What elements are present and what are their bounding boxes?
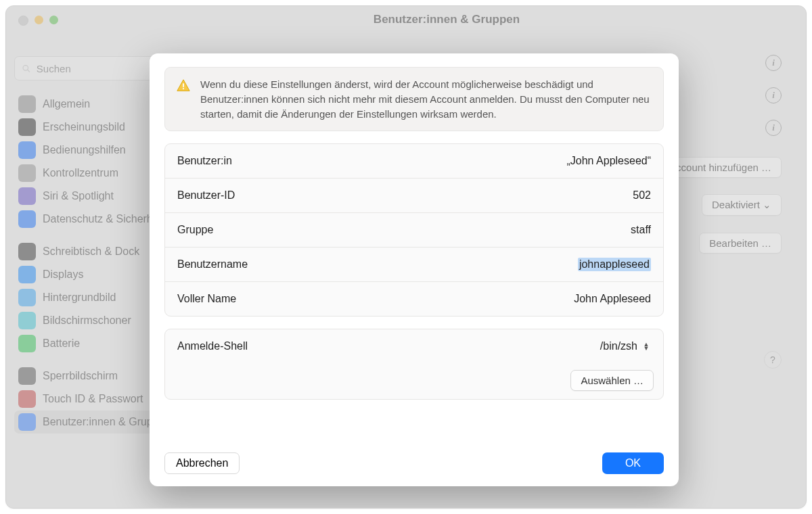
row-user: Benutzer:in„John Appleseed“ xyxy=(165,144,663,178)
cancel-button[interactable]: Abbrechen xyxy=(164,452,240,474)
row-label: Benutzer-ID xyxy=(177,189,235,202)
row-user-id: Benutzer-ID502 xyxy=(165,178,663,212)
row-value: „John Appleseed“ xyxy=(566,155,651,167)
warning-icon xyxy=(176,77,191,121)
row-value: staff xyxy=(631,224,651,236)
warning-text: Wenn du diese Einstellungen änderst, wir… xyxy=(200,77,652,121)
shell-select[interactable]: /bin/zsh ▲▼ xyxy=(600,340,651,352)
advanced-user-modal: Wenn du diese Einstellungen änderst, wir… xyxy=(150,53,679,486)
row-label: Voller Name xyxy=(177,293,236,305)
row-shell[interactable]: Anmelde-Shell /bin/zsh ▲▼ xyxy=(165,329,663,363)
row-label: Gruppe xyxy=(177,224,213,236)
ok-button[interactable]: OK xyxy=(602,452,664,474)
svg-rect-2 xyxy=(183,83,184,87)
user-info-card: Benutzer:in„John Appleseed“ Benutzer-ID5… xyxy=(164,143,664,317)
row-label: Benutzer:in xyxy=(177,155,232,167)
row-group: Gruppestaff xyxy=(165,212,663,247)
shell-select-row: Auswählen … xyxy=(165,363,663,399)
chevron-updown-icon: ▲▼ xyxy=(641,342,651,350)
svg-rect-3 xyxy=(183,88,184,89)
shell-value: /bin/zsh xyxy=(600,340,637,352)
settings-window: Benutzer:innen & Gruppen AllgemeinErsche… xyxy=(5,5,807,509)
warning-banner: Wenn du diese Einstellungen änderst, wir… xyxy=(164,67,664,131)
row-label: Benutzername xyxy=(177,258,248,271)
row-value: 502 xyxy=(633,189,651,202)
fullname-input[interactable]: John Appleseed xyxy=(574,293,651,305)
row-label: Anmelde-Shell xyxy=(177,340,248,352)
modal-footer: Abbrechen OK xyxy=(164,446,664,474)
row-fullname[interactable]: Voller NameJohn Appleseed xyxy=(165,281,663,316)
choose-shell-button[interactable]: Auswählen … xyxy=(570,370,654,391)
username-input[interactable]: johnappleseed xyxy=(578,258,651,271)
row-username[interactable]: Benutzernamejohnappleseed xyxy=(165,247,663,281)
shell-card: Anmelde-Shell /bin/zsh ▲▼ Auswählen … xyxy=(164,329,664,400)
